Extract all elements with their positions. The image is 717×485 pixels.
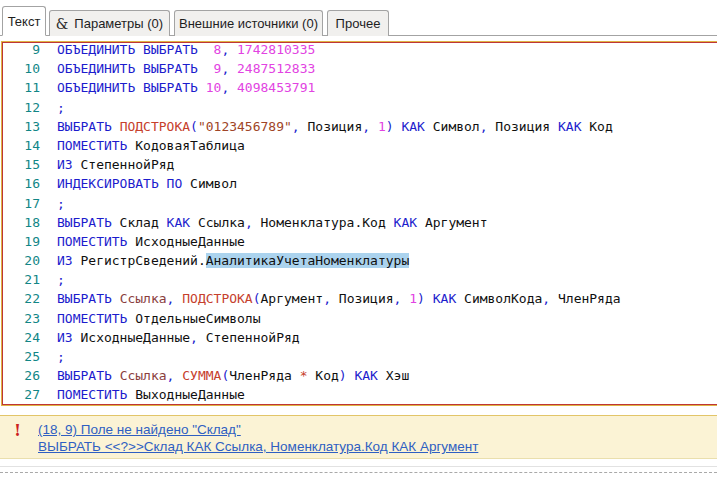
code-token-pun: ,	[480, 119, 488, 134]
ampersand-icon: &	[56, 16, 68, 32]
line-number: 25	[3, 347, 40, 366]
code-line: 14ПОМЕСТИТЬ КодоваяТаблица	[3, 136, 717, 155]
tab-other[interactable]: Прочее	[327, 10, 389, 36]
code-token-pun: (	[190, 119, 198, 134]
code-line: 17;	[3, 194, 717, 213]
code-text: ВЫБРАТЬ Склад КАК Ссылка, Номенклатура.К…	[57, 213, 488, 232]
code-token-pun: )	[386, 119, 402, 134]
code-line: 18ВЫБРАТЬ Склад КАК Ссылка, Номенклатура…	[3, 213, 717, 232]
code-token-fn: ПОДСТРОКА	[182, 291, 252, 306]
code-token-id: Ссылка	[190, 215, 245, 230]
query-editor-window: Текст & Параметры (0) Внешние источники …	[0, 0, 717, 485]
line-number: 12	[3, 98, 40, 117]
code-token-fld: Ссылка	[120, 291, 167, 306]
tab-parameters[interactable]: & Параметры (0)	[49, 10, 170, 36]
code-token-id: Аргумент	[417, 215, 487, 230]
code-token-pun: ,	[292, 119, 308, 134]
code-token-pun: ,	[167, 368, 183, 383]
code-text: ИЗ РегистрСведений.АналитикаУчетаНоменкл…	[57, 251, 409, 270]
code-token-id: ЧленРяда	[550, 291, 620, 306]
code-line: 9ОБЪЕДИНИТЬ ВЫБРАТЬ 8, 1742810335	[3, 42, 717, 59]
code-text: ;	[57, 98, 65, 117]
line-number: 13	[3, 117, 40, 136]
code-token-id	[198, 42, 214, 57]
code-token-pun: ,	[542, 291, 550, 306]
code-token-num: 4098453791	[237, 80, 315, 95]
code-line: 15ИЗ СтепеннойРяд	[3, 155, 717, 174]
line-number: 14	[3, 136, 40, 155]
tab-external-sources[interactable]: Внешние источники (0)	[174, 10, 323, 36]
line-number: 17	[3, 194, 40, 213]
error-message-link[interactable]: (18, 9) Поле не найдено "Склад"	[38, 421, 478, 438]
code-token-id: Позиция	[307, 119, 362, 134]
code-token-id	[112, 368, 120, 383]
line-number: 11	[3, 78, 40, 97]
code-token-num: 1742810335	[237, 42, 315, 57]
code-token-pun: ,	[221, 61, 237, 76]
line-number: 20	[3, 251, 40, 270]
code-token-pun: (	[253, 291, 261, 306]
code-token-num: 1	[378, 119, 386, 134]
code-text: ОБЪЕДИНИТЬ ВЫБРАТЬ 8, 1742810335	[57, 42, 315, 59]
code-line: 13ВЫБРАТЬ ПОДСТРОКА("0123456789", Позици…	[3, 117, 717, 136]
code-token-pun: ,	[221, 42, 237, 57]
error-message-list: (18, 9) Поле не найдено "Склад" ВЫБРАТЬ …	[38, 421, 478, 455]
code-token-kw: ИЗ	[57, 330, 73, 345]
code-lines: 9ОБЪЕДИНИТЬ ВЫБРАТЬ 8, 174281033510ОБЪЕД…	[3, 42, 717, 405]
code-token-pun: )	[339, 368, 355, 383]
code-text: ОБЪЕДИНИТЬ ВЫБРАТЬ 9, 2487512833	[57, 59, 315, 78]
tab-text[interactable]: Текст	[2, 6, 46, 36]
line-number: 16	[3, 174, 40, 193]
line-number: 23	[3, 309, 40, 328]
code-token-id: ЧленРяда	[229, 368, 299, 383]
code-token-kw: ПОМЕСТИТЬ	[57, 311, 127, 326]
code-line: 20ИЗ РегистрСведений.АналитикаУчетаНомен…	[3, 251, 717, 270]
code-line: 12;	[3, 98, 717, 117]
line-number: 15	[3, 155, 40, 174]
code-line: 24ИЗ ИсходныеДанные, СтепеннойРяд	[3, 328, 717, 347]
code-token-fn: СУММА	[182, 368, 221, 383]
code-token-id: КодоваяТаблица	[127, 138, 244, 153]
code-token-kw: ПОМЕСТИТЬ	[57, 234, 127, 249]
code-token-id: Символ	[182, 176, 237, 191]
code-text: ИЗ ИсходныеДанные, СтепеннойРяд	[57, 328, 300, 347]
code-token-kw: ОБЪЕДИНИТЬ ВЫБРАТЬ	[57, 42, 198, 57]
editor-error-border: 9ОБЪЕДИНИТЬ ВЫБРАТЬ 8, 174281033510ОБЪЕД…	[2, 42, 717, 405]
code-text: ИЗ СтепеннойРяд	[57, 155, 174, 174]
code-token-pun: ,	[323, 291, 339, 306]
code-line: 25;	[3, 347, 717, 366]
code-token-fn: ПОДСТРОКА	[120, 119, 190, 134]
code-token-kw: КАК	[167, 215, 190, 230]
panel-splitter-handle[interactable]	[0, 472, 717, 473]
error-exclamation-icon: !	[14, 423, 21, 439]
tab-text-label: Текст	[8, 14, 41, 29]
code-text: ПОМЕСТИТЬ КодоваяТаблица	[57, 136, 245, 155]
code-token-pun: ,	[245, 215, 253, 230]
code-token-pun: ;	[57, 272, 65, 287]
query-text-editor[interactable]: 9ОБЪЕДИНИТЬ ВЫБРАТЬ 8, 174281033510ОБЪЕД…	[1, 41, 717, 406]
code-token-pun: ;	[57, 196, 65, 211]
code-text: ВЫБРАТЬ Ссылка, ПОДСТРОКА(Аргумент, Пози…	[57, 289, 621, 308]
line-number: 24	[3, 328, 40, 347]
code-token-id	[198, 80, 206, 95]
code-token-kw: ВЫБРАТЬ	[57, 368, 112, 383]
error-query-fragment-link[interactable]: ВЫБРАТЬ <<?>>Склад КАК Ссылка, Номенклат…	[38, 438, 478, 455]
code-token-kw: ОБЪЕДИНИТЬ ВЫБРАТЬ	[57, 61, 198, 76]
code-text: ПОМЕСТИТЬ ИсходныеДанные	[57, 232, 245, 251]
tab-strip: Текст & Параметры (0) Внешние источники …	[0, 0, 717, 36]
code-token-kw: КАК	[394, 215, 417, 230]
code-token-num: 1	[409, 291, 417, 306]
bottom-separator-line	[0, 466, 717, 467]
code-token-pun: ,	[221, 80, 237, 95]
code-token-id: Номенклатура.Код	[253, 215, 394, 230]
code-token-id: Код	[581, 119, 612, 134]
code-token-kw: КАК	[354, 368, 377, 383]
code-line: 11ОБЪЕДИНИТЬ ВЫБРАТЬ 10, 4098453791	[3, 78, 717, 97]
code-line: 21;	[3, 270, 717, 289]
line-number: 19	[3, 232, 40, 251]
code-token-kw: ИЗ	[57, 157, 73, 172]
code-token-id: Код	[308, 368, 339, 383]
code-text: ПОМЕСТИТЬ ОтдельныеСимволы	[57, 309, 261, 328]
code-token-pun: ,	[167, 291, 183, 306]
code-token-id	[112, 119, 120, 134]
